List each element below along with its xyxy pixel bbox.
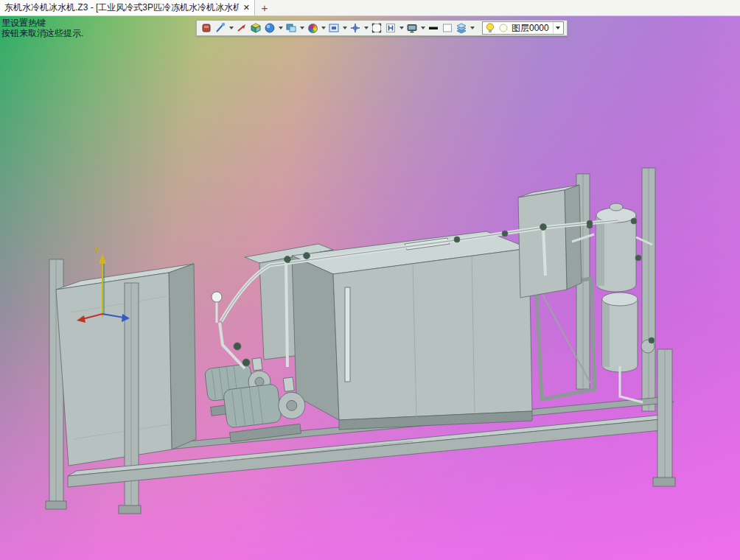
application-window: 东机水冷机冰水机.Z3 - [工业风冷式3P匹冷冻机水冷机冰水机] ✕ + 里设… bbox=[0, 0, 740, 560]
document-tab[interactable]: 东机水冷机冰水机.Z3 - [工业风冷式3P匹冷冻机水冷机冰水机] ✕ bbox=[0, 0, 255, 15]
view-cube-icon[interactable] bbox=[249, 21, 262, 35]
align-view-icon[interactable] bbox=[384, 21, 397, 35]
window-zoom-icon[interactable] bbox=[285, 21, 298, 35]
view-toolbar: 图层0000 bbox=[196, 20, 568, 36]
align-view-dropdown-icon[interactable] bbox=[398, 21, 405, 35]
lightbulb-icon[interactable] bbox=[484, 21, 497, 35]
active-layer-name: 图层0000 bbox=[510, 22, 553, 35]
zoom-extents-icon[interactable] bbox=[370, 21, 383, 35]
pan-target-dropdown-icon[interactable] bbox=[363, 21, 369, 35]
window-zoom-dropdown-icon[interactable] bbox=[299, 21, 305, 35]
hint-line-1: 里设置热键 bbox=[1, 18, 83, 28]
display-settings-icon[interactable] bbox=[405, 21, 419, 35]
display-settings-dropdown-icon[interactable] bbox=[419, 21, 426, 35]
document-tab-title: 东机水冷机冰水机.Z3 - [工业风冷式3P匹冷冻机水冷机冰水机] bbox=[4, 1, 239, 14]
query-icon[interactable] bbox=[200, 21, 213, 35]
color-wheel-icon[interactable] bbox=[306, 21, 319, 35]
layer-combo-dropdown-icon[interactable] bbox=[553, 22, 562, 34]
document-tab-bar: 东机水冷机冰水机.Z3 - [工业风冷式3P匹冷冻机水冷机冰水机] ✕ + bbox=[0, 0, 740, 16]
viewport-frame-icon[interactable] bbox=[327, 21, 341, 35]
shaded-display-dropdown-icon[interactable] bbox=[277, 21, 284, 35]
line-width-icon[interactable] bbox=[427, 21, 440, 35]
measure-dropdown-icon[interactable] bbox=[228, 21, 234, 35]
new-tab-button[interactable]: + bbox=[255, 0, 274, 15]
pan-target-icon[interactable] bbox=[349, 21, 362, 35]
viewport-frame-dropdown-icon[interactable] bbox=[341, 21, 348, 35]
layer-color-circle-icon[interactable] bbox=[497, 21, 510, 35]
shaded-display-icon[interactable] bbox=[263, 21, 276, 35]
tab-close-icon[interactable]: ✕ bbox=[243, 4, 250, 12]
hint-line-2: 按钮来取消这些提示. bbox=[1, 28, 83, 38]
hint-overlay: 里设置热键 按钮来取消这些提示. bbox=[1, 18, 83, 38]
color-wheel-dropdown-icon[interactable] bbox=[320, 21, 327, 35]
measure-icon[interactable] bbox=[214, 21, 227, 35]
background-swatch-icon[interactable] bbox=[441, 21, 454, 35]
layer-combo[interactable]: 图层0000 bbox=[482, 21, 564, 35]
layer-stack-dropdown-icon[interactable] bbox=[469, 21, 475, 35]
layer-stack-icon[interactable] bbox=[455, 21, 468, 35]
graphics-area[interactable] bbox=[0, 16, 740, 560]
redline-marker-icon[interactable] bbox=[235, 21, 248, 35]
